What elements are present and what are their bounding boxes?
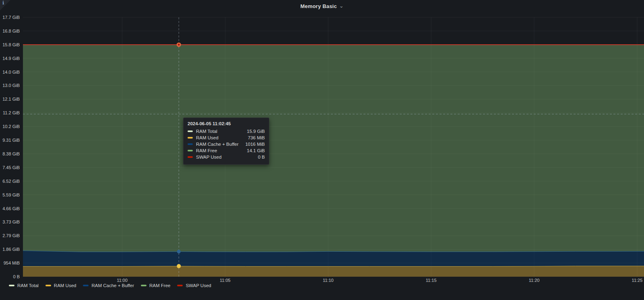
legend-label[interactable]: RAM Used — [54, 283, 76, 288]
y-axis-label: 13.0 GiB — [2, 83, 20, 88]
x-axis-label: 11:00 — [117, 278, 128, 283]
tooltip-row: RAM Free14.1 GiB — [188, 148, 265, 153]
tooltip-row: RAM Total15.9 GiB — [188, 129, 265, 134]
panel-info-corner[interactable]: i — [0, 0, 10, 10]
tooltip-series-value: 1016 MiB — [245, 142, 265, 147]
y-axis-label: 17.7 GiB — [2, 15, 20, 20]
panel-header[interactable]: Memory Basic ⌄ — [0, 0, 644, 12]
tooltip-row: RAM Cache + Buffer1016 MiB — [188, 142, 265, 147]
y-axis-label: 2.79 GiB — [2, 233, 20, 238]
y-axis-label: 15.8 GiB — [2, 42, 20, 47]
legend-color-swatch — [45, 285, 51, 286]
tooltip-series-value: 0 B — [258, 155, 265, 159]
series-color-swatch — [188, 156, 193, 158]
hover-marker — [177, 264, 181, 268]
legend-label[interactable]: RAM Total — [17, 283, 39, 288]
tooltip-series-label: SWAP Used — [196, 155, 254, 159]
y-axis-label: 3.73 GiB — [2, 219, 20, 224]
legend-item-ram-total[interactable]: RAM Total — [9, 283, 39, 288]
y-axis-label: 8.38 GiB — [2, 151, 20, 156]
legend-item-ram-free[interactable]: RAM Free — [141, 283, 170, 288]
tooltip-series-value: 736 MiB — [248, 135, 265, 140]
tooltip-series-label: RAM Free — [196, 148, 243, 153]
legend-color-swatch — [9, 285, 14, 286]
area-ram-free — [23, 45, 644, 252]
series-color-swatch — [188, 130, 193, 132]
y-axis-label: 0 B — [13, 274, 20, 279]
y-axis-label: 12.1 GiB — [2, 97, 20, 101]
series-color-swatch — [188, 143, 193, 145]
legend-item-ram-cache-buffer[interactable]: RAM Cache + Buffer — [83, 283, 134, 288]
y-axis-label: 954 MiB — [4, 261, 20, 265]
legend-color-swatch — [141, 285, 147, 286]
tooltip-timestamp: 2024-06-05 11:02:45 — [188, 121, 265, 126]
y-axis-label: 16.8 GiB — [2, 29, 20, 33]
legend-label[interactable]: RAM Free — [149, 283, 170, 288]
tooltip-series-value: 14.1 GiB — [247, 148, 265, 153]
y-axis-label: 11.2 GiB — [3, 110, 20, 115]
x-axis-label: 11:25 — [632, 278, 643, 283]
y-axis-label: 6.52 GiB — [2, 179, 20, 184]
tooltip-series-label: RAM Used — [196, 135, 244, 140]
chart-legend: RAM TotalRAM UsedRAM Cache + BufferRAM F… — [9, 283, 211, 288]
memory-basic-panel: i Memory Basic ⌄ 0 B954 MiB1.86 GiB2.79 … — [0, 0, 644, 300]
x-axis-label: 11:20 — [529, 278, 540, 283]
legend-color-swatch — [177, 285, 183, 286]
tooltip-row: RAM Used736 MiB — [188, 135, 265, 140]
tooltip-series-label: RAM Total — [196, 129, 243, 134]
legend-color-swatch — [83, 285, 89, 286]
chevron-down-icon: ⌄ — [339, 4, 344, 8]
y-axis-label: 5.59 GiB — [2, 192, 20, 197]
x-axis-label: 11:05 — [220, 278, 231, 283]
tooltip-row: SWAP Used0 B — [188, 155, 265, 159]
y-axis-label: 1.86 GiB — [2, 247, 20, 252]
y-axis-label: 9.31 GiB — [2, 138, 20, 143]
hover-marker-core — [178, 44, 180, 46]
legend-item-ram-used[interactable]: RAM Used — [45, 283, 76, 288]
area-ram-used — [23, 266, 644, 277]
x-axis-label: 11:15 — [426, 278, 437, 283]
legend-label[interactable]: RAM Cache + Buffer — [91, 283, 134, 288]
panel-title[interactable]: Memory Basic — [300, 3, 337, 9]
tooltip-series-label: RAM Cache + Buffer — [196, 142, 241, 147]
series-color-swatch — [188, 150, 193, 151]
y-axis-label: 7.45 GiB — [2, 165, 20, 170]
series-color-swatch — [188, 137, 193, 139]
area-ram-cache-buffer — [23, 251, 644, 267]
memory-chart[interactable]: 0 B954 MiB1.86 GiB2.79 GiB3.73 GiB4.66 G… — [0, 0, 644, 300]
tooltip-series-value: 15.9 GiB — [247, 129, 265, 134]
y-axis-label: 10.2 GiB — [2, 124, 20, 129]
hover-marker — [177, 250, 181, 253]
legend-label[interactable]: SWAP Used — [186, 283, 211, 288]
info-icon: i — [2, 0, 4, 6]
hover-tooltip: 2024-06-05 11:02:45 RAM Total15.9 GiBRAM… — [183, 118, 269, 165]
y-axis-label: 4.66 GiB — [2, 206, 20, 211]
y-axis-label: 14.0 GiB — [2, 70, 20, 74]
y-axis-label: 14.9 GiB — [2, 56, 20, 61]
x-axis-label: 11:10 — [323, 278, 334, 283]
legend-item-swap-used[interactable]: SWAP Used — [177, 283, 211, 288]
